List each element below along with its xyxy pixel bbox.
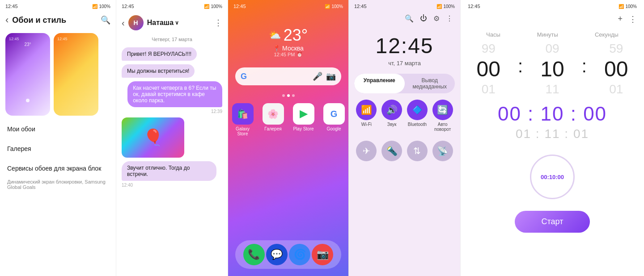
home-weather: ⛅ 23° 📍 Москва 12:45 PM ⏰ bbox=[228, 13, 348, 62]
mic-icon[interactable]: 🎤 bbox=[313, 71, 322, 81]
qs-tile-airplane[interactable]: ✈ bbox=[356, 141, 377, 163]
menu-gallery[interactable]: Галерея bbox=[0, 139, 116, 159]
dock-camera[interactable]: 📷 bbox=[312, 244, 333, 265]
weather-icon: ⛅ bbox=[269, 29, 281, 41]
google-search-bar[interactable]: G 🎤 📷 bbox=[235, 67, 341, 85]
app-galaxy-store[interactable]: 🛍️ Galaxy Store bbox=[232, 103, 254, 136]
search-icons: 🎤 📷 bbox=[313, 71, 336, 81]
qs-tile-transfer[interactable]: ⇅ bbox=[407, 141, 428, 163]
more-icon-timer[interactable]: ⋮ bbox=[629, 14, 637, 24]
battery-2: 100% bbox=[211, 4, 222, 9]
date-separator: Четверг, 17 марта bbox=[116, 33, 228, 46]
more-icon[interactable]: ⋮ bbox=[214, 18, 222, 28]
wifi-icon-1: 📶 bbox=[92, 4, 97, 9]
dot-indicator-purple bbox=[26, 99, 30, 102]
dot-1 bbox=[282, 94, 285, 97]
qs-tab-control[interactable]: Управление bbox=[354, 74, 405, 93]
top-icons-1: 🔍 bbox=[101, 15, 110, 25]
more-icon-qs[interactable]: ⋮ bbox=[446, 14, 453, 23]
battery-4: 100% bbox=[443, 4, 455, 9]
minutes-above: 09 bbox=[545, 42, 559, 56]
wallpaper-preview-orange[interactable]: 12:45 bbox=[54, 33, 98, 116]
qs-clock: 12:45 bbox=[349, 26, 460, 60]
qs-tile-rotation[interactable]: 🔄 Авто поворот bbox=[432, 100, 453, 132]
signal-icons-1: 📶 100% bbox=[92, 4, 110, 9]
battery-1: 100% bbox=[99, 4, 110, 9]
timer-circle: 00:10:00 bbox=[530, 155, 575, 199]
camera-icon[interactable]: 📷 bbox=[326, 71, 336, 81]
battery-5: 100% bbox=[625, 4, 637, 9]
hotspot-tile-icon: 📡 bbox=[432, 141, 453, 161]
wallpaper-top-bar: ‹ Обои и стиль 🔍 bbox=[0, 13, 116, 29]
app-gallery[interactable]: 🌸 Галерея bbox=[263, 103, 284, 136]
minutes-picker[interactable]: 09 10 11 bbox=[540, 42, 564, 96]
timer-top-icons: + ⋮ bbox=[461, 13, 644, 28]
wifi-tile-label: Wi-Fi bbox=[361, 122, 372, 127]
qs-tile-hotspot[interactable]: 📡 bbox=[432, 141, 453, 163]
seconds-active: 00 bbox=[604, 57, 628, 81]
contact-name: Наташа ∨ bbox=[147, 19, 179, 27]
menu-my-wallpapers[interactable]: Мои обои bbox=[0, 119, 116, 139]
google-icon: G bbox=[323, 103, 345, 125]
wifi-icon-3: 📶 bbox=[325, 4, 330, 9]
quicksettings-panel: 12:45 📶 100% 🔍 ⏻ ⚙ ⋮ 12:45 чт, 17 марта … bbox=[349, 0, 461, 276]
qs-grid-row2: ✈ 🔦 ⇅ 📡 bbox=[349, 134, 460, 166]
qs-tile-wifi[interactable]: 📶 Wi-Fi bbox=[356, 100, 377, 132]
app-google[interactable]: G Google bbox=[323, 103, 345, 136]
wifi-tile-icon: 📶 bbox=[356, 100, 377, 120]
start-button[interactable]: Старт bbox=[515, 211, 590, 233]
dock-phone[interactable]: 📞 bbox=[243, 244, 265, 265]
settings-icon-qs[interactable]: ⚙ bbox=[433, 14, 440, 23]
time-5: 12:45 bbox=[468, 4, 480, 9]
qs-tab-media[interactable]: Вывод медиаданных bbox=[405, 74, 455, 93]
gallery-icon: 🌸 bbox=[263, 103, 284, 125]
status-bar-4: 12:45 📶 100% bbox=[349, 0, 460, 13]
temperature: 23° bbox=[284, 26, 308, 45]
app-label-google: Google bbox=[326, 126, 341, 131]
sound-tile-label: Звук bbox=[387, 122, 397, 127]
home-dock: 📞 💬 🌀 📷 bbox=[235, 240, 341, 269]
msg-time-received: 12:40 bbox=[116, 183, 228, 189]
add-icon[interactable]: + bbox=[618, 14, 623, 24]
menu-services[interactable]: Сервисы обоев для экрана блок bbox=[0, 159, 116, 178]
wifi-icon-2: 📶 bbox=[204, 4, 209, 9]
timer-picker: 99 00 01 : 09 10 11 : 59 00 01 bbox=[461, 40, 644, 98]
signal-icons-3: 📶 100% bbox=[325, 4, 343, 9]
timer-circle-area: 00:10:00 bbox=[461, 150, 644, 204]
qs-tile-sound[interactable]: 🔊 Звук bbox=[381, 100, 402, 132]
dock-messages[interactable]: 💬 bbox=[266, 244, 288, 265]
apps-row-1: 🛍️ Galaxy Store 🌸 Галерея ▶ Play Store G… bbox=[228, 100, 348, 139]
seconds-above: 59 bbox=[609, 42, 623, 56]
wallpaper-preview-purple[interactable]: 12:45 23° bbox=[5, 33, 50, 116]
qs-tile-flashlight[interactable]: 🔦 bbox=[381, 141, 402, 163]
time-4: 12:45 bbox=[354, 4, 367, 9]
timer-columns-header: Часы Минуты Секунды bbox=[461, 28, 644, 40]
balloon-emoji: 🎈 bbox=[143, 128, 163, 147]
hours-below: 01 bbox=[482, 82, 496, 96]
chat-header-left: ‹ Н Наташа ∨ bbox=[122, 15, 179, 30]
status-bar-3: 12:45 📶 100% bbox=[228, 0, 348, 13]
seconds-picker[interactable]: 59 00 01 bbox=[604, 42, 628, 96]
dock-app3[interactable]: 🌀 bbox=[289, 244, 310, 265]
minutes-active: 10 bbox=[540, 57, 564, 81]
bluetooth-tile-icon: 🔷 bbox=[407, 100, 428, 120]
hours-active: 00 bbox=[477, 57, 500, 81]
dot-2 bbox=[287, 94, 290, 97]
hours-picker[interactable]: 99 00 01 bbox=[477, 42, 500, 96]
back-icon-1[interactable]: ‹ bbox=[5, 14, 8, 26]
search-icon-qs[interactable]: 🔍 bbox=[405, 14, 414, 23]
search-icon-1[interactable]: 🔍 bbox=[101, 15, 110, 25]
airplane-tile-icon: ✈ bbox=[356, 141, 377, 161]
qs-tile-bluetooth[interactable]: 🔷 Bluetooth bbox=[407, 100, 428, 132]
back-icon-2[interactable]: ‹ bbox=[122, 18, 125, 28]
power-icon-qs[interactable]: ⏻ bbox=[420, 14, 427, 23]
status-bar-1: 12:45 📶 100% bbox=[0, 0, 116, 13]
msg-received-1: Привет! Я ВЕРНУЛАСЬ!!!! bbox=[122, 47, 197, 61]
wifi-icon-4: 📶 bbox=[436, 4, 442, 9]
contact-avatar: Н bbox=[128, 15, 144, 30]
messages-panel: 12:45 📶 100% ‹ Н Наташа ∨ ⋮ Четверг, 17 … bbox=[116, 0, 228, 276]
col-minutes: Минуты bbox=[537, 31, 558, 38]
qs-grid-row1: 📶 Wi-Fi 🔊 Звук 🔷 Bluetooth 🔄 Авто поворо… bbox=[349, 93, 460, 134]
app-play-store[interactable]: ▶ Play Store bbox=[293, 103, 314, 136]
msg-received-3: Звучит отлично. Тогда до встречи. bbox=[122, 161, 216, 181]
